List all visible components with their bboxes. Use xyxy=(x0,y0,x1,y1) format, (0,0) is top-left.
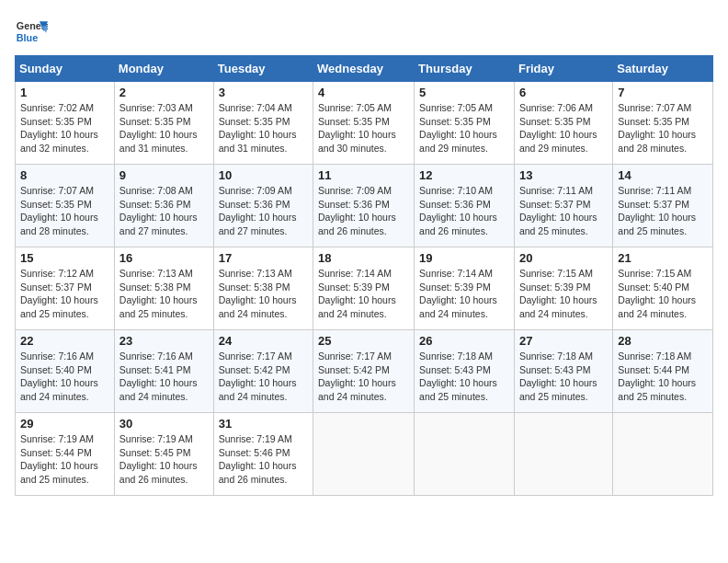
day-number: 22 xyxy=(20,334,109,348)
cell-info: Sunrise: 7:18 AM Sunset: 5:44 PM Dayligh… xyxy=(618,350,708,404)
cell-info: Sunrise: 7:16 AM Sunset: 5:40 PM Dayligh… xyxy=(20,350,109,404)
cell-info: Sunrise: 7:19 AM Sunset: 5:45 PM Dayligh… xyxy=(119,432,209,487)
day-number: 1 xyxy=(20,86,109,99)
day-number: 20 xyxy=(519,251,608,265)
week-row-1: 1 Sunrise: 7:02 AM Sunset: 5:35 PM Dayli… xyxy=(16,82,713,165)
calendar-table: SundayMondayTuesdayWednesdayThursdayFrid… xyxy=(15,55,713,496)
day-number: 16 xyxy=(119,251,209,265)
day-header-sunday: Sunday xyxy=(16,56,115,82)
calendar-cell: 26 Sunrise: 7:18 AM Sunset: 5:43 PM Dayl… xyxy=(415,330,515,413)
day-header-monday: Monday xyxy=(114,56,213,82)
cell-info: Sunrise: 7:19 AM Sunset: 5:46 PM Dayligh… xyxy=(219,432,308,487)
page-container: General Blue SundayMondayTuesdayWednesda… xyxy=(15,15,713,496)
week-row-5: 29 Sunrise: 7:19 AM Sunset: 5:44 PM Dayl… xyxy=(16,413,713,496)
calendar-cell: 16 Sunrise: 7:13 AM Sunset: 5:38 PM Dayl… xyxy=(114,247,213,330)
day-number: 28 xyxy=(618,334,708,348)
cell-info: Sunrise: 7:13 AM Sunset: 5:38 PM Dayligh… xyxy=(219,267,308,321)
cell-info: Sunrise: 7:04 AM Sunset: 5:35 PM Dayligh… xyxy=(219,101,308,155)
cell-info: Sunrise: 7:19 AM Sunset: 5:44 PM Dayligh… xyxy=(20,432,109,487)
calendar-cell: 18 Sunrise: 7:14 AM Sunset: 5:39 PM Dayl… xyxy=(313,247,415,330)
cell-info: Sunrise: 7:08 AM Sunset: 5:36 PM Dayligh… xyxy=(119,184,209,238)
cell-info: Sunrise: 7:12 AM Sunset: 5:37 PM Dayligh… xyxy=(20,267,109,321)
calendar-cell: 30 Sunrise: 7:19 AM Sunset: 5:45 PM Dayl… xyxy=(114,413,213,496)
day-header-friday: Friday xyxy=(514,56,612,82)
day-number: 26 xyxy=(419,334,509,348)
day-number: 29 xyxy=(20,417,109,431)
calendar-cell: 19 Sunrise: 7:14 AM Sunset: 5:39 PM Dayl… xyxy=(415,247,515,330)
cell-info: Sunrise: 7:17 AM Sunset: 5:42 PM Dayligh… xyxy=(219,350,308,404)
day-number: 11 xyxy=(318,168,409,182)
day-number: 14 xyxy=(618,168,708,182)
calendar-cell xyxy=(514,413,612,496)
day-number: 8 xyxy=(20,168,109,182)
calendar-cell: 11 Sunrise: 7:09 AM Sunset: 5:36 PM Dayl… xyxy=(313,165,415,247)
logo: General Blue xyxy=(15,15,48,48)
calendar-cell: 20 Sunrise: 7:15 AM Sunset: 5:39 PM Dayl… xyxy=(514,247,612,330)
day-header-thursday: Thursday xyxy=(415,56,515,82)
calendar-cell: 9 Sunrise: 7:08 AM Sunset: 5:36 PM Dayli… xyxy=(114,165,213,247)
calendar-cell: 3 Sunrise: 7:04 AM Sunset: 5:35 PM Dayli… xyxy=(213,82,313,165)
calendar-cell: 6 Sunrise: 7:06 AM Sunset: 5:35 PM Dayli… xyxy=(514,82,612,165)
calendar-cell: 12 Sunrise: 7:10 AM Sunset: 5:36 PM Dayl… xyxy=(415,165,515,247)
calendar-cell: 5 Sunrise: 7:05 AM Sunset: 5:35 PM Dayli… xyxy=(415,82,515,165)
cell-info: Sunrise: 7:11 AM Sunset: 5:37 PM Dayligh… xyxy=(519,184,608,238)
calendar-cell: 17 Sunrise: 7:13 AM Sunset: 5:38 PM Dayl… xyxy=(213,247,313,330)
calendar-cell: 1 Sunrise: 7:02 AM Sunset: 5:35 PM Dayli… xyxy=(16,82,115,165)
cell-info: Sunrise: 7:15 AM Sunset: 5:39 PM Dayligh… xyxy=(519,267,608,321)
cell-info: Sunrise: 7:13 AM Sunset: 5:38 PM Dayligh… xyxy=(119,267,209,321)
calendar-cell: 25 Sunrise: 7:17 AM Sunset: 5:42 PM Dayl… xyxy=(313,330,415,413)
day-number: 24 xyxy=(219,334,308,348)
week-row-4: 22 Sunrise: 7:16 AM Sunset: 5:40 PM Dayl… xyxy=(16,330,713,413)
calendar-cell: 4 Sunrise: 7:05 AM Sunset: 5:35 PM Dayli… xyxy=(313,82,415,165)
calendar-cell: 2 Sunrise: 7:03 AM Sunset: 5:35 PM Dayli… xyxy=(114,82,213,165)
day-number: 12 xyxy=(419,168,509,182)
calendar-cell: 24 Sunrise: 7:17 AM Sunset: 5:42 PM Dayl… xyxy=(213,330,313,413)
calendar-cell: 28 Sunrise: 7:18 AM Sunset: 5:44 PM Dayl… xyxy=(613,330,713,413)
cell-info: Sunrise: 7:02 AM Sunset: 5:35 PM Dayligh… xyxy=(20,101,109,155)
calendar-cell: 31 Sunrise: 7:19 AM Sunset: 5:46 PM Dayl… xyxy=(213,413,313,496)
cell-info: Sunrise: 7:07 AM Sunset: 5:35 PM Dayligh… xyxy=(618,101,708,155)
calendar-cell: 22 Sunrise: 7:16 AM Sunset: 5:40 PM Dayl… xyxy=(16,330,115,413)
day-number: 3 xyxy=(219,86,308,99)
day-number: 17 xyxy=(219,251,308,265)
cell-info: Sunrise: 7:15 AM Sunset: 5:40 PM Dayligh… xyxy=(618,267,708,321)
day-header-wednesday: Wednesday xyxy=(313,56,415,82)
cell-info: Sunrise: 7:06 AM Sunset: 5:35 PM Dayligh… xyxy=(519,101,608,155)
logo-icon: General Blue xyxy=(15,15,48,48)
calendar-cell xyxy=(415,413,515,496)
day-number: 27 xyxy=(519,334,608,348)
day-number: 7 xyxy=(618,86,708,99)
calendar-cell: 23 Sunrise: 7:16 AM Sunset: 5:41 PM Dayl… xyxy=(114,330,213,413)
day-number: 6 xyxy=(519,86,608,99)
cell-info: Sunrise: 7:14 AM Sunset: 5:39 PM Dayligh… xyxy=(318,267,409,321)
calendar-cell: 27 Sunrise: 7:18 AM Sunset: 5:43 PM Dayl… xyxy=(514,330,612,413)
day-number: 2 xyxy=(119,86,209,99)
day-number: 23 xyxy=(119,334,209,348)
day-number: 13 xyxy=(519,168,608,182)
week-row-2: 8 Sunrise: 7:07 AM Sunset: 5:35 PM Dayli… xyxy=(16,165,713,247)
calendar-cell xyxy=(313,413,415,496)
calendar-header-row: SundayMondayTuesdayWednesdayThursdayFrid… xyxy=(16,56,713,82)
cell-info: Sunrise: 7:05 AM Sunset: 5:35 PM Dayligh… xyxy=(419,101,509,155)
week-row-3: 15 Sunrise: 7:12 AM Sunset: 5:37 PM Dayl… xyxy=(16,247,713,330)
cell-info: Sunrise: 7:09 AM Sunset: 5:36 PM Dayligh… xyxy=(318,184,409,238)
svg-text:Blue: Blue xyxy=(17,32,38,43)
day-number: 19 xyxy=(419,251,509,265)
calendar-cell: 8 Sunrise: 7:07 AM Sunset: 5:35 PM Dayli… xyxy=(16,165,115,247)
day-header-saturday: Saturday xyxy=(613,56,713,82)
calendar-cell xyxy=(613,413,713,496)
day-number: 9 xyxy=(119,168,209,182)
day-number: 15 xyxy=(20,251,109,265)
calendar-cell: 7 Sunrise: 7:07 AM Sunset: 5:35 PM Dayli… xyxy=(613,82,713,165)
cell-info: Sunrise: 7:07 AM Sunset: 5:35 PM Dayligh… xyxy=(20,184,109,238)
cell-info: Sunrise: 7:11 AM Sunset: 5:37 PM Dayligh… xyxy=(618,184,708,238)
day-header-tuesday: Tuesday xyxy=(213,56,313,82)
day-number: 31 xyxy=(219,417,308,431)
cell-info: Sunrise: 7:05 AM Sunset: 5:35 PM Dayligh… xyxy=(318,101,409,155)
cell-info: Sunrise: 7:14 AM Sunset: 5:39 PM Dayligh… xyxy=(419,267,509,321)
cell-info: Sunrise: 7:16 AM Sunset: 5:41 PM Dayligh… xyxy=(119,350,209,404)
calendar-cell: 10 Sunrise: 7:09 AM Sunset: 5:36 PM Dayl… xyxy=(213,165,313,247)
day-number: 21 xyxy=(618,251,708,265)
header: General Blue xyxy=(15,15,713,48)
cell-info: Sunrise: 7:10 AM Sunset: 5:36 PM Dayligh… xyxy=(419,184,509,238)
